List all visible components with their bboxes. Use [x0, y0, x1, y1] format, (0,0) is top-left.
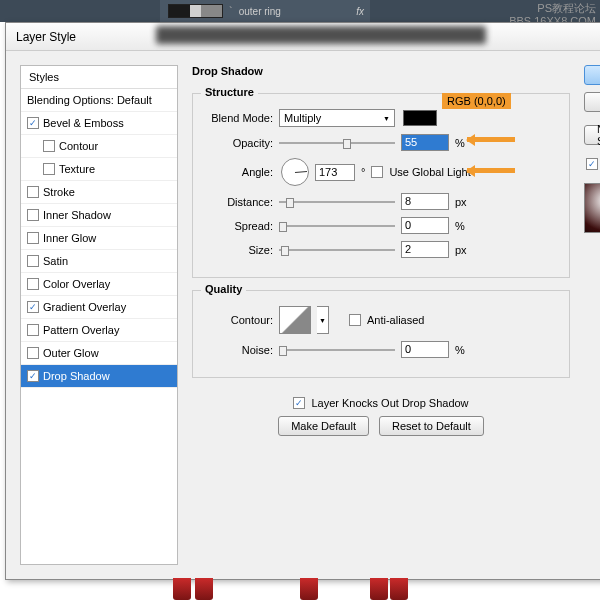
spread-input[interactable]: 0: [401, 217, 449, 234]
blend-mode-label: Blend Mode:: [205, 112, 273, 124]
tick-mark: `: [229, 5, 233, 17]
size-label: Size:: [205, 244, 273, 256]
style-row-outer-glow[interactable]: Outer Glow: [21, 342, 177, 365]
opacity-label: Opacity:: [205, 137, 273, 149]
red-tab-icon: [300, 578, 318, 600]
dialog-title: Layer Style: [16, 30, 76, 44]
layer-tab[interactable]: ` outer ring fx: [160, 0, 370, 22]
new-style-button[interactable]: New Style...: [584, 125, 600, 145]
chevron-down-icon: ▼: [383, 115, 390, 122]
style-row-pattern-overlay[interactable]: Pattern Overlay: [21, 319, 177, 342]
noise-unit: %: [455, 344, 465, 356]
style-label: Inner Shadow: [43, 209, 111, 221]
layer-thumb-icon: [168, 4, 223, 18]
styles-header[interactable]: Styles: [21, 66, 177, 89]
style-row-drop-shadow[interactable]: ✓Drop Shadow: [21, 365, 177, 388]
reset-default-button[interactable]: Reset to Default: [379, 416, 484, 436]
annotation-arrow-icon: [467, 168, 515, 173]
style-label: Drop Shadow: [43, 370, 110, 382]
fx-badge: fx: [356, 6, 364, 17]
style-row-stroke[interactable]: Stroke: [21, 181, 177, 204]
anti-aliased-checkbox[interactable]: [349, 314, 361, 326]
angle-input[interactable]: 173: [315, 164, 355, 181]
red-tab-icon: [390, 578, 408, 600]
chevron-down-icon: ▼: [319, 317, 326, 324]
noise-input[interactable]: 0: [401, 341, 449, 358]
distance-slider[interactable]: [279, 194, 395, 210]
style-row-gradient-overlay[interactable]: ✓Gradient Overlay: [21, 296, 177, 319]
noise-label: Noise:: [205, 344, 273, 356]
style-checkbox[interactable]: ✓: [27, 301, 39, 313]
annotation-arrow-icon: [467, 137, 515, 142]
global-light-label: Use Global Light: [389, 166, 470, 178]
contour-dropdown[interactable]: ▼: [317, 306, 329, 334]
styles-list: Styles Blending Options: Default✓Bevel &…: [20, 65, 178, 565]
style-label: Stroke: [43, 186, 75, 198]
ok-button[interactable]: OK: [584, 65, 600, 85]
style-label: Blending Options: Default: [27, 94, 152, 106]
contour-picker[interactable]: [279, 306, 311, 334]
style-label: Texture: [59, 163, 95, 175]
annotation-rgb: RGB (0,0,0): [442, 93, 511, 109]
style-checkbox[interactable]: ✓: [27, 117, 39, 129]
style-label: Contour: [59, 140, 98, 152]
structure-legend: Structure: [201, 86, 258, 98]
noise-slider[interactable]: [279, 342, 395, 358]
style-row-inner-shadow[interactable]: Inner Shadow: [21, 204, 177, 227]
style-row-inner-glow[interactable]: Inner Glow: [21, 227, 177, 250]
style-row-contour[interactable]: Contour: [21, 135, 177, 158]
make-default-button[interactable]: Make Default: [278, 416, 369, 436]
style-checkbox[interactable]: [43, 163, 55, 175]
style-label: Inner Glow: [43, 232, 96, 244]
style-checkbox[interactable]: [27, 255, 39, 267]
color-swatch[interactable]: [403, 110, 437, 126]
style-label: Gradient Overlay: [43, 301, 126, 313]
preview-checkbox[interactable]: ✓: [586, 158, 598, 170]
style-row-blending-options-default[interactable]: Blending Options: Default: [21, 89, 177, 112]
style-checkbox[interactable]: [43, 140, 55, 152]
knockout-checkbox[interactable]: ✓: [293, 397, 305, 409]
style-row-bevel-emboss[interactable]: ✓Bevel & Emboss: [21, 112, 177, 135]
style-label: Satin: [43, 255, 68, 267]
style-label: Pattern Overlay: [43, 324, 119, 336]
size-slider[interactable]: [279, 242, 395, 258]
size-unit: px: [455, 244, 467, 256]
spread-label: Spread:: [205, 220, 273, 232]
opacity-input[interactable]: 55: [401, 134, 449, 151]
cancel-button[interactable]: Cancel: [584, 92, 600, 112]
red-tab-icon: [173, 578, 191, 600]
global-light-checkbox[interactable]: [371, 166, 383, 178]
style-label: Color Overlay: [43, 278, 110, 290]
contour-label: Contour:: [205, 314, 273, 326]
style-row-texture[interactable]: Texture: [21, 158, 177, 181]
layer-style-dialog: Layer Style Styles Blending Options: Def…: [5, 22, 600, 580]
opacity-slider[interactable]: [279, 135, 395, 151]
red-tab-icon: [195, 578, 213, 600]
dialog-buttons: OK Cancel New Style... ✓ Preview: [584, 65, 600, 565]
preview-swatch: [584, 183, 600, 233]
style-checkbox[interactable]: [27, 232, 39, 244]
style-checkbox[interactable]: [27, 186, 39, 198]
style-checkbox[interactable]: [27, 209, 39, 221]
distance-input[interactable]: 8: [401, 193, 449, 210]
style-row-color-overlay[interactable]: Color Overlay: [21, 273, 177, 296]
quality-legend: Quality: [201, 283, 246, 295]
style-label: Bevel & Emboss: [43, 117, 124, 129]
angle-label: Angle:: [205, 166, 273, 178]
angle-dial[interactable]: [281, 158, 309, 186]
distance-label: Distance:: [205, 196, 273, 208]
spread-slider[interactable]: [279, 218, 395, 234]
style-checkbox[interactable]: ✓: [27, 370, 39, 382]
titlebar[interactable]: Layer Style: [6, 23, 600, 51]
distance-unit: px: [455, 196, 467, 208]
structure-fieldset: Structure Blend Mode: Multiply▼ Opacity:…: [192, 93, 570, 278]
style-checkbox[interactable]: [27, 324, 39, 336]
blend-mode-select[interactable]: Multiply▼: [279, 109, 395, 127]
style-checkbox[interactable]: [27, 278, 39, 290]
size-input[interactable]: 2: [401, 241, 449, 258]
blur-overlay: [156, 26, 486, 44]
red-tab-icon: [370, 578, 388, 600]
anti-aliased-label: Anti-aliased: [367, 314, 424, 326]
style-row-satin[interactable]: Satin: [21, 250, 177, 273]
style-checkbox[interactable]: [27, 347, 39, 359]
